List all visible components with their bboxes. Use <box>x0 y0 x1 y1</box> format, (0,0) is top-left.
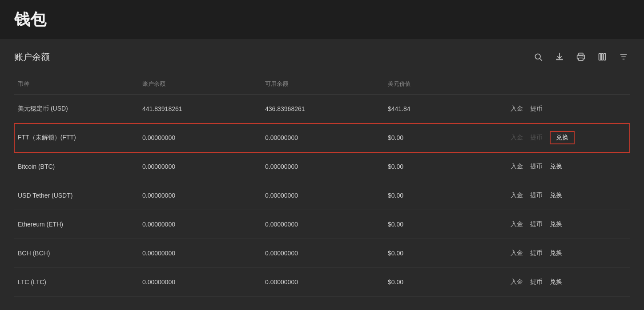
deposit-button[interactable]: 入金 <box>511 163 523 171</box>
account-balance: 0.00000000 <box>139 185 262 206</box>
page-title: 钱包 <box>14 9 630 31</box>
available-balance: 0.00000000 <box>262 214 384 235</box>
usd-value: $0.00 <box>384 156 507 177</box>
usd-value: $0.00 <box>384 271 507 293</box>
currency-name: Ethereum (ETH) <box>14 214 139 235</box>
withdraw-button: 提币 <box>530 134 543 142</box>
account-balance: 0.00000000 <box>139 214 262 235</box>
page-header: 钱包 <box>0 0 644 40</box>
svg-rect-5 <box>599 54 601 60</box>
exchange-button[interactable]: 兑换 <box>550 278 562 286</box>
table-row: USD Tether (USDT)0.000000000.00000000$0.… <box>14 181 630 210</box>
available-balance: 0.00000000 <box>262 156 384 177</box>
actions-column: 入金提币 <box>507 98 630 120</box>
actions-column: 入金提币兑换 <box>507 124 630 151</box>
table-header: 币种 账户余额 可用余额 美元价值 <box>14 74 630 95</box>
withdraw-button[interactable]: 提币 <box>530 163 543 171</box>
svg-rect-7 <box>604 54 605 60</box>
actions-column: 入金提币兑换 <box>507 271 630 293</box>
usd-value: $0.00 <box>384 127 507 148</box>
deposit-button: 入金 <box>511 134 523 142</box>
account-balance: 0.00000000 <box>139 271 262 293</box>
exchange-button[interactable]: 兑换 <box>550 163 562 171</box>
deposit-button[interactable]: 入金 <box>511 105 523 113</box>
account-balance: 441.83918261 <box>139 98 262 119</box>
usd-value: $441.84 <box>384 98 507 119</box>
available-balance: 0.00000000 <box>262 185 384 206</box>
section-header: 账户余额 <box>14 51 630 63</box>
header-usd-value: 美元价值 <box>384 78 507 90</box>
header-available: 可用余额 <box>262 78 384 90</box>
header-currency: 币种 <box>14 78 139 90</box>
available-balance: 0.00000000 <box>262 271 384 293</box>
deposit-button[interactable]: 入金 <box>511 249 523 257</box>
columns-icon[interactable] <box>596 51 608 63</box>
svg-rect-3 <box>579 58 583 61</box>
actions-column: 入金提币兑换 <box>507 213 630 235</box>
currency-name: BCH (BCH) <box>14 242 139 264</box>
exchange-button[interactable]: 兑换 <box>550 131 575 144</box>
section-title: 账户余额 <box>14 51 50 63</box>
header-balance: 账户余额 <box>139 78 262 90</box>
deposit-button[interactable]: 入金 <box>511 220 523 228</box>
header-actions <box>507 78 630 90</box>
exchange-button[interactable]: 兑换 <box>550 249 562 257</box>
svg-rect-6 <box>601 54 603 60</box>
available-balance: 0.00000000 <box>262 127 384 148</box>
deposit-button[interactable]: 入金 <box>511 191 523 199</box>
toolbar-icons <box>532 51 630 63</box>
withdraw-button[interactable]: 提币 <box>530 191 543 199</box>
account-balance: 0.00000000 <box>139 242 262 264</box>
svg-line-1 <box>540 59 542 61</box>
exchange-button[interactable]: 兑换 <box>550 220 562 228</box>
available-balance: 0.00000000 <box>262 242 384 264</box>
currency-name: 美元稳定币 (USD) <box>14 98 139 120</box>
available-balance: 436.83968261 <box>262 98 384 119</box>
table-row: Bitcoin (BTC)0.000000000.00000000$0.00入金… <box>14 152 630 181</box>
currency-name: USD Tether (USDT) <box>14 185 139 206</box>
account-balance: 0.00000000 <box>139 156 262 177</box>
withdraw-button[interactable]: 提币 <box>530 249 543 257</box>
withdraw-button[interactable]: 提币 <box>530 220 543 228</box>
usd-value: $0.00 <box>384 185 507 206</box>
balance-table: 币种 账户余额 可用余额 美元价值 美元稳定币 (USD)441.8391826… <box>14 74 630 297</box>
actions-column: 入金提币兑换 <box>507 184 630 207</box>
usd-value: $0.00 <box>384 214 507 235</box>
withdraw-button[interactable]: 提币 <box>530 105 543 113</box>
currency-name: FTT（未解锁）(FTT) <box>14 127 139 149</box>
print-icon[interactable] <box>575 51 587 63</box>
actions-column: 入金提币兑换 <box>507 242 630 264</box>
currency-name: LTC (LTC) <box>14 271 139 293</box>
filter-icon[interactable] <box>617 51 630 63</box>
table-row: FTT（未解锁）(FTT)0.000000000.00000000$0.00入金… <box>14 123 630 152</box>
download-icon[interactable] <box>553 51 566 63</box>
usd-value: $0.00 <box>384 242 507 264</box>
main-content: 账户余额 <box>0 40 644 307</box>
table-body: 美元稳定币 (USD)441.83918261436.83968261$441.… <box>14 95 630 297</box>
table-row: 美元稳定币 (USD)441.83918261436.83968261$441.… <box>14 95 630 123</box>
table-row: Ethereum (ETH)0.000000000.00000000$0.00入… <box>14 210 630 239</box>
deposit-button[interactable]: 入金 <box>511 278 523 286</box>
withdraw-button[interactable]: 提币 <box>530 278 543 286</box>
exchange-button[interactable]: 兑换 <box>550 191 562 199</box>
actions-column: 入金提币兑换 <box>507 155 630 178</box>
currency-name: Bitcoin (BTC) <box>14 156 139 177</box>
account-balance: 0.00000000 <box>139 127 262 148</box>
svg-point-4 <box>583 56 584 57</box>
search-icon[interactable] <box>532 51 544 63</box>
table-row: LTC (LTC)0.000000000.00000000$0.00入金提币兑换 <box>14 268 630 297</box>
table-row: BCH (BCH)0.000000000.00000000$0.00入金提币兑换 <box>14 239 630 268</box>
